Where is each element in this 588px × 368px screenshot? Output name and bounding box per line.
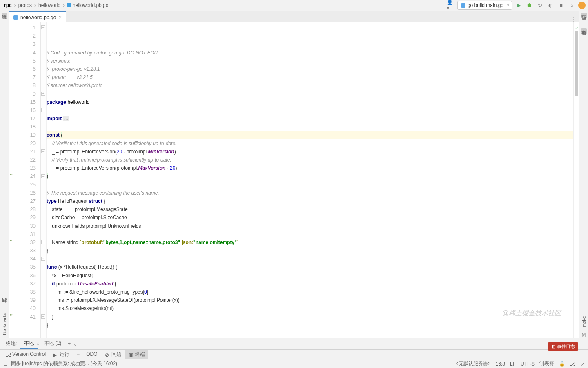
profile-button[interactable]: ◐ xyxy=(546,1,555,9)
toolbar-right: 👤▾ go build main.go ▶ ⬢ ⟲ ◐ ■ ⌕ xyxy=(447,1,586,10)
terminal-tabs-bar: 终端: 本地 × 本地 (2) + ⌄ ⚙ — xyxy=(0,338,588,350)
fold-toggle[interactable]: − xyxy=(41,108,45,112)
tool-window-Version Control[interactable]: ⎇Version Control xyxy=(2,350,49,358)
terminal-hide-icon[interactable]: — xyxy=(580,341,585,347)
rail-letter-m: M xyxy=(582,332,586,338)
event-log-button[interactable]: 事件日志 xyxy=(548,342,578,351)
crumb-2[interactable]: helloworld xyxy=(37,2,62,9)
terminal-tab-1[interactable]: 本地 xyxy=(20,339,38,349)
search-everywhere-button[interactable]: ⌕ xyxy=(568,1,576,9)
status-indent[interactable]: 制表符 xyxy=(539,360,554,367)
rail-remote-host[interactable]: 远程主机 xyxy=(581,21,587,26)
crumb-1[interactable]: protos xyxy=(17,2,33,9)
fold-toggle[interactable]: − xyxy=(41,174,45,178)
run-button[interactable]: ▶ xyxy=(514,1,523,9)
status-sync-icon[interactable]: ↗ xyxy=(581,361,585,367)
fold-toggle[interactable]: − xyxy=(41,149,45,153)
navigation-bar: rpc › protos › helloworld › helloworld.p… xyxy=(0,0,588,11)
tool-window-TODO[interactable]: ≡TODO xyxy=(74,350,100,358)
fold-toggle[interactable]: − xyxy=(41,240,45,244)
tabs-menu-icon[interactable]: ⋮ xyxy=(571,16,579,22)
tool-window-问题[interactable]: ⊘问题 xyxy=(102,350,125,359)
database-icon[interactable] xyxy=(581,28,587,34)
status-lock-icon[interactable]: 🔒 xyxy=(559,361,565,367)
editor-tabs: helloworld.pb.go × ⋮ xyxy=(9,11,579,22)
tool-window-终端[interactable]: ▣终端 xyxy=(125,350,148,359)
fold-column: −+−−−−−− xyxy=(41,22,47,338)
code-editor[interactable]: @稀土掘金技术社区 // Code generated by protoc-ge… xyxy=(47,22,573,338)
go-file-icon xyxy=(67,3,71,7)
status-git-icon[interactable]: ⎇ xyxy=(570,361,576,367)
line-number-gutter: 1234567891516171819202122232425262728293… xyxy=(16,22,41,338)
crumb-file[interactable]: helloworld.pb.go xyxy=(65,2,110,9)
status-bar: ☐ 同步 juejin/rpc 的依赖关系: 成功完... (今天 16:02)… xyxy=(0,359,588,368)
tab-label: helloworld.pb.go xyxy=(20,15,56,20)
go-file-icon xyxy=(461,3,466,8)
status-message: 同步 juejin/rpc 的依赖关系: 成功完... (今天 16:02) xyxy=(11,360,117,367)
rail-database[interactable]: 数据库 xyxy=(581,36,587,41)
status-server[interactable]: <无默认服务器> xyxy=(456,360,491,367)
status-line-separator[interactable]: LF xyxy=(510,361,516,367)
terminal-dropdown-icon[interactable]: ⌄ xyxy=(73,341,77,347)
close-terminal-tab[interactable]: × xyxy=(36,341,39,347)
tool-window-运行[interactable]: ▶运行 xyxy=(50,350,73,359)
rail-make[interactable]: make xyxy=(581,314,586,330)
tool-window-bar: ⎇Version Control▶运行≡TODO⊘问题▣终端 xyxy=(0,350,588,359)
chevron-right-icon: › xyxy=(14,2,16,8)
status-encoding[interactable]: UTF-8 xyxy=(521,361,535,367)
run-configuration-selector[interactable]: go build main.go xyxy=(457,1,512,10)
terminal-label: 终端: xyxy=(3,340,19,347)
fold-toggle[interactable]: − xyxy=(41,25,45,29)
chevron-right-icon: › xyxy=(63,2,65,8)
terminal-tab-2[interactable]: 本地 (2) xyxy=(40,339,65,349)
left-tool-rail: 项目 结构 Bookmarks xyxy=(0,11,9,338)
fold-toggle[interactable]: + xyxy=(41,92,45,96)
status-caret-position[interactable]: 16:8 xyxy=(496,361,505,367)
close-tab-button[interactable]: × xyxy=(58,14,62,20)
breadcrumbs: rpc › protos › helloworld › helloworld.p… xyxy=(2,2,447,9)
gutter-marks: ●↑●↑●↑ xyxy=(9,22,16,338)
rail-bookmarks[interactable]: Bookmarks xyxy=(2,310,7,338)
crumb-root[interactable]: rpc xyxy=(2,2,13,9)
editor-scrollbar[interactable]: ✓ xyxy=(573,22,579,338)
coverage-button[interactable]: ⟲ xyxy=(536,1,544,9)
scrollbar-thumb[interactable] xyxy=(575,31,578,96)
user-icon[interactable]: 👤▾ xyxy=(447,1,455,9)
go-file-icon xyxy=(13,15,18,20)
inspection-ok-icon: ✓ xyxy=(574,26,579,30)
right-tool-rail: 远程主机 数据库 make M xyxy=(579,11,588,338)
run-config-label: go build main.go xyxy=(468,2,503,8)
debug-button[interactable]: ⬢ xyxy=(525,1,533,9)
status-left-icon[interactable]: ☐ xyxy=(3,361,8,367)
project-icon[interactable] xyxy=(2,13,7,18)
fold-toggle[interactable]: − xyxy=(41,314,45,319)
rail-structure[interactable]: 结构 xyxy=(1,304,7,309)
rail-project[interactable]: 项目 xyxy=(1,20,7,25)
notifications-icon[interactable] xyxy=(578,2,586,9)
tab-helloworld-pb-go[interactable]: helloworld.pb.go × xyxy=(9,11,66,22)
chevron-right-icon: › xyxy=(34,2,36,8)
new-terminal-button[interactable]: + xyxy=(68,341,71,347)
stop-button[interactable]: ■ xyxy=(557,1,565,9)
remote-host-icon[interactable] xyxy=(581,13,587,18)
fold-toggle[interactable]: − xyxy=(41,257,45,261)
